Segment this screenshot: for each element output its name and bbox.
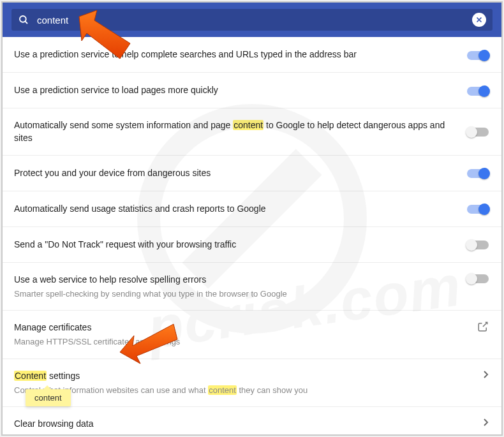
row-title: Send a "Do Not Track" request with your … (14, 238, 459, 251)
row-title: Use a web service to help resolve spelli… (14, 273, 459, 286)
row-subtitle: Manage HTTPS/SSL certificates and settin… (14, 336, 470, 348)
svg-line-1 (25, 21, 27, 24)
row-title: Clear browsing data (14, 417, 476, 430)
search-field-container[interactable] (11, 9, 493, 31)
row-title: Automatically send usage statistics and … (14, 202, 459, 215)
toggle-switch[interactable] (467, 87, 489, 96)
settings-row: Use a prediction service to help complet… (3, 37, 501, 73)
row-subtitle: Control what information websites can us… (14, 385, 476, 396)
toggle-switch[interactable] (467, 241, 489, 249)
settings-row: Protect you and your device from dangero… (3, 156, 501, 191)
search-icon (18, 14, 29, 26)
row-subtitle: Smarter spell-checking by sending what y… (14, 288, 459, 300)
svg-point-0 (20, 16, 26, 22)
row-title: Manage certificates (14, 321, 470, 334)
search-tooltip: content (26, 389, 71, 406)
toggle-switch[interactable] (467, 51, 489, 60)
row-title: Protect you and your device from dangero… (14, 167, 459, 179)
search-bar (3, 3, 501, 37)
toggle-switch[interactable] (467, 205, 489, 214)
row-title: Use a prediction service to help complet… (14, 48, 459, 61)
toggle-switch[interactable] (467, 169, 489, 178)
row-title: Automatically send some system informati… (14, 119, 459, 145)
settings-row[interactable]: Manage certificatesManage HTTPS/SSL cert… (3, 311, 501, 359)
external-link-icon (477, 321, 489, 335)
chevron-right-icon (484, 369, 489, 381)
toggle-switch[interactable] (467, 274, 489, 283)
chevron-right-icon (484, 417, 489, 429)
settings-row: Send a "Do Not Track" request with your … (3, 227, 501, 263)
row-subtitle: Clear history, cookies, cache, and more (14, 433, 476, 434)
row-title: Use a prediction service to load pages m… (14, 84, 459, 96)
settings-row: Automatically send usage statistics and … (3, 191, 501, 227)
settings-list: Use a prediction service to help complet… (3, 37, 501, 434)
row-title: Content settings (14, 369, 476, 382)
settings-row[interactable]: Clear browsing dataClear history, cookie… (3, 407, 501, 434)
toggle-switch[interactable] (467, 128, 489, 137)
settings-row[interactable]: Content settingsControl what information… (3, 359, 501, 407)
settings-row: Automatically send some system informati… (3, 108, 501, 156)
clear-search-button[interactable] (472, 13, 486, 27)
settings-row: Use a web service to help resolve spelli… (3, 263, 501, 311)
settings-row: Use a prediction service to load pages m… (3, 73, 501, 108)
search-input[interactable] (37, 15, 472, 26)
